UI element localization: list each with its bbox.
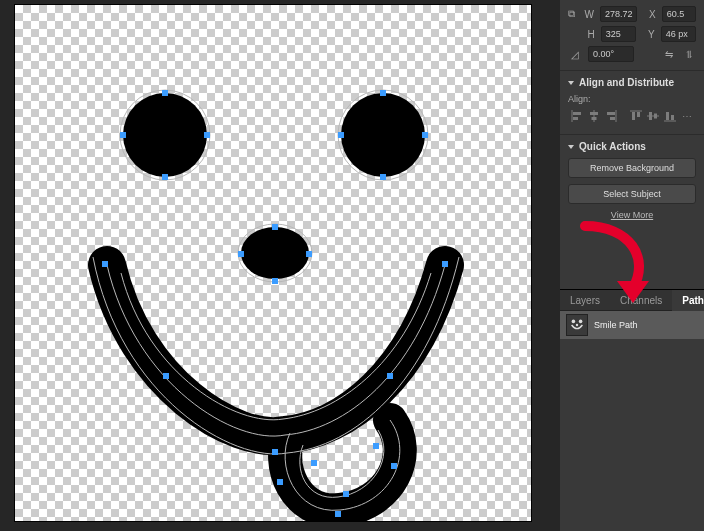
svg-rect-19 bbox=[442, 261, 448, 267]
transform-section: ⧉ W 278.72 px X 60.5 px H 325 px Y 46 px… bbox=[560, 0, 704, 70]
link-icon[interactable]: ⧉ bbox=[568, 7, 576, 21]
svg-point-0 bbox=[123, 93, 207, 177]
svg-rect-9 bbox=[204, 132, 210, 138]
y-label: Y bbox=[642, 29, 655, 40]
svg-rect-8 bbox=[120, 132, 126, 138]
svg-rect-39 bbox=[632, 112, 635, 120]
path-thumbnail bbox=[566, 314, 588, 336]
svg-rect-25 bbox=[391, 463, 397, 469]
svg-point-48 bbox=[579, 320, 583, 324]
artwork-smile[interactable] bbox=[15, 5, 531, 521]
align-bottom-button[interactable] bbox=[662, 106, 679, 126]
svg-rect-18 bbox=[102, 261, 108, 267]
chevron-down-icon bbox=[568, 145, 574, 149]
align-hcenter-button[interactable] bbox=[585, 106, 602, 126]
tab-layers[interactable]: Layers bbox=[560, 290, 610, 310]
align-sublabel: Align: bbox=[568, 94, 696, 104]
svg-rect-27 bbox=[343, 491, 349, 497]
svg-rect-37 bbox=[610, 117, 615, 120]
align-section-header[interactable]: Align and Distribute bbox=[568, 77, 696, 88]
w-label: W bbox=[582, 9, 594, 20]
quick-actions-header[interactable]: Quick Actions bbox=[568, 141, 696, 152]
remove-background-button[interactable]: Remove Background bbox=[568, 158, 696, 178]
svg-rect-46 bbox=[671, 115, 674, 120]
svg-rect-45 bbox=[666, 112, 669, 120]
x-input[interactable]: 60.5 px bbox=[662, 6, 696, 22]
svg-rect-10 bbox=[380, 90, 386, 96]
view-more-link[interactable]: View More bbox=[568, 210, 696, 220]
svg-rect-28 bbox=[373, 443, 379, 449]
align-left-button[interactable] bbox=[568, 106, 585, 126]
paths-panel: Smile Path bbox=[560, 311, 704, 531]
select-subject-button[interactable]: Select Subject bbox=[568, 184, 696, 204]
svg-rect-7 bbox=[162, 174, 168, 180]
canvas[interactable] bbox=[15, 5, 531, 521]
svg-rect-20 bbox=[163, 373, 169, 379]
align-section-title: Align and Distribute bbox=[579, 77, 674, 88]
svg-rect-34 bbox=[591, 117, 596, 120]
svg-rect-16 bbox=[238, 251, 244, 257]
canvas-workspace bbox=[0, 0, 560, 531]
svg-rect-24 bbox=[335, 511, 341, 517]
svg-rect-42 bbox=[649, 112, 652, 120]
h-label: H bbox=[582, 29, 595, 40]
svg-point-47 bbox=[572, 320, 576, 324]
svg-rect-15 bbox=[272, 278, 278, 284]
align-right-button[interactable] bbox=[602, 106, 619, 126]
x-label: X bbox=[643, 9, 655, 20]
quick-actions-title: Quick Actions bbox=[579, 141, 646, 152]
svg-rect-30 bbox=[573, 112, 581, 115]
svg-rect-31 bbox=[573, 117, 578, 120]
path-item[interactable]: Smile Path bbox=[560, 311, 704, 339]
svg-rect-36 bbox=[607, 112, 615, 115]
chevron-down-icon bbox=[568, 81, 574, 85]
panel-tabs: Layers Channels Paths bbox=[560, 289, 704, 311]
svg-rect-40 bbox=[637, 112, 640, 117]
right-panel: ⧉ W 278.72 px X 60.5 px H 325 px Y 46 px… bbox=[560, 0, 704, 531]
svg-rect-13 bbox=[422, 132, 428, 138]
svg-rect-43 bbox=[654, 114, 657, 119]
h-input[interactable]: 325 px bbox=[601, 26, 636, 42]
tab-channels[interactable]: Channels bbox=[610, 290, 672, 310]
svg-point-1 bbox=[341, 93, 425, 177]
angle-icon: ◿ bbox=[568, 47, 582, 61]
quick-actions-section: Quick Actions Remove Background Select S… bbox=[560, 134, 704, 228]
svg-rect-12 bbox=[338, 132, 344, 138]
svg-rect-14 bbox=[272, 224, 278, 230]
align-section: Align and Distribute Align: ⋯ bbox=[560, 70, 704, 134]
flip-vertical-icon[interactable]: ⥮ bbox=[682, 47, 696, 61]
flip-horizontal-icon[interactable]: ⇋ bbox=[662, 47, 676, 61]
svg-rect-21 bbox=[387, 373, 393, 379]
svg-rect-11 bbox=[380, 174, 386, 180]
align-more-icon[interactable]: ⋯ bbox=[679, 106, 696, 126]
svg-rect-17 bbox=[306, 251, 312, 257]
align-top-button[interactable] bbox=[627, 106, 644, 126]
svg-point-2 bbox=[241, 227, 309, 279]
tab-paths[interactable]: Paths bbox=[672, 290, 704, 311]
align-buttons: ⋯ bbox=[568, 106, 696, 126]
svg-rect-6 bbox=[162, 90, 168, 96]
svg-rect-33 bbox=[590, 112, 598, 115]
svg-point-49 bbox=[576, 324, 578, 326]
svg-rect-22 bbox=[272, 449, 278, 455]
angle-input[interactable]: 0.00° bbox=[588, 46, 634, 62]
y-input[interactable]: 46 px bbox=[661, 26, 696, 42]
svg-rect-23 bbox=[277, 479, 283, 485]
svg-rect-26 bbox=[311, 460, 317, 466]
align-vcenter-button[interactable] bbox=[645, 106, 662, 126]
w-input[interactable]: 278.72 px bbox=[600, 6, 638, 22]
path-name-label: Smile Path bbox=[594, 320, 638, 330]
